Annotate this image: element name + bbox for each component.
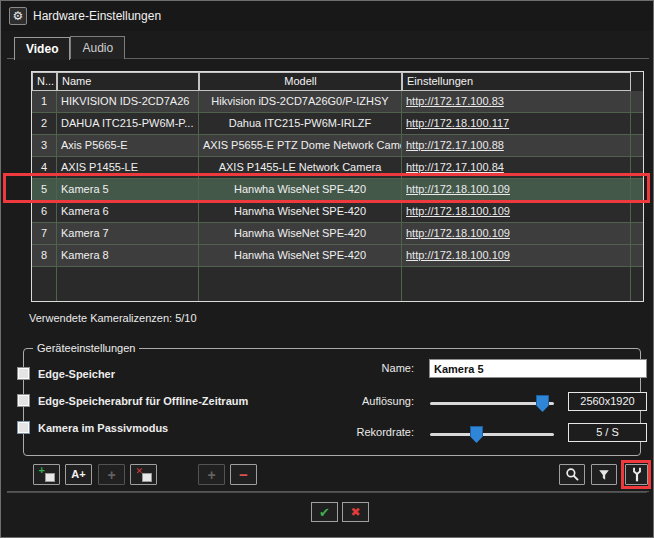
filter-button[interactable]	[591, 464, 617, 485]
row-name-cell: Axis P5665-E	[57, 135, 199, 156]
table-row-3[interactable]: 3 Axis P5665-E AXIS P5655-E PTZ Dome Net…	[32, 135, 643, 157]
recordrate-slider[interactable]	[430, 433, 554, 436]
hardware-config-button[interactable]	[625, 464, 648, 485]
row-extra-cell	[631, 201, 643, 222]
settings-link[interactable]: http://172.18.100.109	[406, 205, 510, 217]
a-plus-icon: A+	[71, 469, 85, 480]
window-title: Hardware-Einstellungen	[33, 9, 161, 23]
table-row-6[interactable]: 6 Kamera 6 Hanwha WiseNet SPE-420 http:/…	[32, 201, 643, 223]
row-model-cell: Hanwha WiseNet SPE-420	[199, 223, 402, 244]
row-model-cell: AXIS P1455-LE Network Camera	[199, 157, 402, 178]
header-cell-settings: Einstellungen	[402, 72, 631, 91]
ok-button[interactable]: ✔	[311, 502, 338, 522]
add-camera-icon: +	[39, 468, 55, 482]
row-number-cell: 6	[32, 201, 57, 222]
search-icon	[565, 467, 580, 482]
header-cell-model: Modell	[199, 72, 402, 91]
row-number-cell: 5	[32, 179, 57, 200]
wrench-icon	[630, 466, 644, 483]
hardware-settings-dialog: ⚙ Hardware-Einstellungen Video Audio N..…	[0, 0, 654, 538]
settings-link[interactable]: http://172.18.100.109	[406, 249, 510, 261]
row-number-cell: 1	[32, 91, 57, 112]
resolution-label: Auflösung:	[329, 395, 414, 407]
delete-camera-icon: ✕	[136, 468, 152, 482]
plus-icon: +	[107, 468, 115, 482]
row-settings-cell: http://172.17.100.88	[402, 135, 631, 156]
row-name-cell: Kamera 8	[57, 245, 199, 266]
row-name-cell: Kamera 6	[57, 201, 199, 222]
row-extra-cell	[631, 157, 643, 178]
row-extra-cell	[631, 135, 643, 156]
delete-camera-button[interactable]: ✕	[130, 464, 157, 485]
row-name-cell: HIKVISION IDS-2CD7A26	[57, 91, 199, 112]
row-settings-cell: http://172.18.100.109	[402, 245, 631, 266]
checkbox-label: Edge-Speicher	[38, 368, 115, 380]
cancel-button[interactable]: ✖	[342, 502, 369, 522]
table-row-5-selected[interactable]: 5 Kamera 5 Hanwha WiseNet SPE-420 http:/…	[32, 179, 643, 201]
settings-link[interactable]: http://172.18.100.117	[406, 117, 509, 129]
tab-audio[interactable]: Audio	[70, 36, 125, 59]
checkbox-box[interactable]	[17, 421, 30, 434]
recordrate-value[interactable]: 5 / S	[568, 423, 647, 442]
table-row-4[interactable]: 4 AXIS P1455-LE AXIS P1455-LE Network Ca…	[32, 157, 643, 179]
titlebar: ⚙ Hardware-Einstellungen	[1, 1, 653, 31]
checkbox-passivmodus[interactable]: Kamera im Passivmodus	[17, 421, 168, 434]
add-button-disabled: +	[98, 464, 125, 485]
row-settings-cell: http://172.18.100.109	[402, 179, 631, 200]
settings-link[interactable]: http://172.18.100.109	[406, 227, 510, 239]
row-extra-cell	[631, 223, 643, 244]
license-count-text: Verwendete Kameralizenzen: 5/10	[29, 312, 197, 324]
table-row-1[interactable]: 1 HIKVISION IDS-2CD7A26 Hikvision iDS-2C…	[32, 91, 643, 113]
row-name-cell: Kamera 7	[57, 223, 199, 244]
cross-icon: ✖	[350, 506, 360, 518]
row-number-cell: 3	[32, 135, 57, 156]
row-extra-cell	[631, 113, 643, 134]
row-number-cell: 8	[32, 245, 57, 266]
header-cell-name: Name	[57, 72, 199, 91]
tab-video[interactable]: Video	[14, 37, 70, 60]
row-name-cell: DAHUA ITC215-PW6M-P...	[57, 113, 199, 134]
row-model-cell: Hanwha WiseNet SPE-420	[199, 201, 402, 222]
tab-strip: Video Audio	[14, 36, 125, 59]
settings-link[interactable]: http://172.17.100.84	[406, 161, 504, 173]
search-button[interactable]	[559, 464, 585, 485]
row-extra-cell	[631, 179, 643, 200]
row-settings-cell: http://172.18.100.117	[402, 113, 631, 134]
checkbox-box[interactable]	[17, 367, 30, 380]
check-icon: ✔	[319, 506, 330, 519]
table-row-2[interactable]: 2 DAHUA ITC215-PW6M-P... Dahua ITC215-PW…	[32, 113, 643, 135]
filter-icon	[597, 468, 611, 482]
row-settings-cell: http://172.18.100.109	[402, 201, 631, 222]
settings-link[interactable]: http://172.17.100.83	[406, 95, 504, 107]
row-model-cell: Hikvision iDS-2CD7A26G0/P-IZHSY	[199, 91, 402, 112]
footer-separator	[7, 492, 647, 493]
plus-icon: +	[207, 468, 215, 482]
name-input[interactable]	[429, 359, 647, 378]
row-number-cell: 7	[32, 223, 57, 244]
table-row-7[interactable]: 7 Kamera 7 Hanwha WiseNet SPE-420 http:/…	[32, 223, 643, 245]
table-header: N... Name Modell Einstellungen	[32, 72, 643, 91]
add-camera-button[interactable]: +	[33, 464, 60, 485]
row-extra-cell	[631, 245, 643, 266]
header-cell-number: N...	[32, 72, 57, 91]
settings-link[interactable]: http://172.17.100.88	[406, 139, 504, 151]
checkbox-label: Kamera im Passivmodus	[38, 422, 168, 434]
table-row-8[interactable]: 8 Kamera 8 Hanwha WiseNet SPE-420 http:/…	[32, 245, 643, 267]
remove-channel-button[interactable]: −	[230, 464, 257, 485]
resolution-value[interactable]: 2560x1920	[568, 392, 647, 411]
row-name-cell: Kamera 5	[57, 179, 199, 200]
auto-add-button[interactable]: A+	[65, 464, 92, 485]
row-model-cell: Dahua ITC215-PW6M-IRLZF	[199, 113, 402, 134]
row-settings-cell: http://172.17.100.84	[402, 157, 631, 178]
row-extra-cell	[631, 91, 643, 112]
checkbox-edge-speicher[interactable]: Edge-Speicher	[17, 367, 115, 380]
checkbox-box[interactable]	[17, 394, 30, 407]
resolution-slider[interactable]	[430, 402, 554, 405]
checkbox-label: Edge-Speicherabruf für Offline-Zeitraum	[38, 395, 248, 407]
camera-table: N... Name Modell Einstellungen 1 HIKVISI…	[31, 71, 644, 302]
minus-icon: −	[239, 467, 248, 482]
settings-link[interactable]: http://172.18.100.109	[406, 183, 510, 195]
row-model-cell: Hanwha WiseNet SPE-420	[199, 245, 402, 266]
recordrate-label: Rekordrate:	[329, 426, 414, 438]
checkbox-edge-speicherabruf[interactable]: Edge-Speicherabruf für Offline-Zeitraum	[17, 394, 248, 407]
